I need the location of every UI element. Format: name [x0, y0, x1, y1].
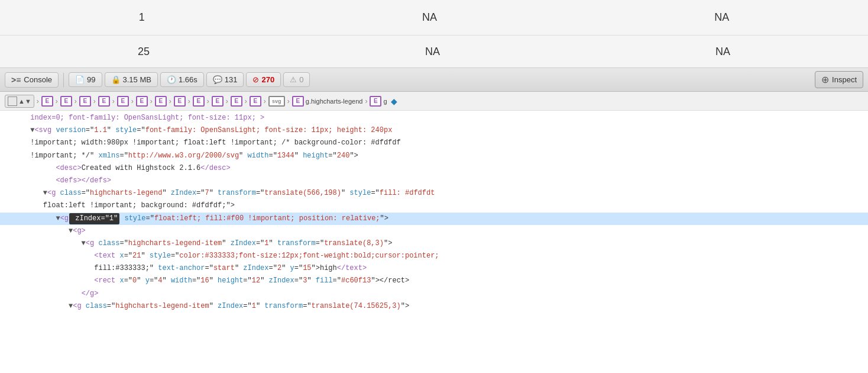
dom-inspector-code[interactable]: index=0; font-family: OpenSansLight; fon…: [0, 111, 868, 373]
file-icon: 📄: [75, 75, 85, 84]
breadcrumb-e-6[interactable]: E: [136, 96, 148, 107]
breadcrumb-e-1[interactable]: E: [41, 96, 53, 107]
breadcrumb-arrows: ▲▼: [18, 98, 31, 105]
breadcrumb-diamond-icon: ◆: [391, 97, 397, 106]
inspect-icon: ⊕: [821, 74, 829, 85]
code-line-1: ▼ <svg version="1.1" style="font-family:…: [0, 124, 868, 137]
inspect-label: Inspect: [832, 75, 857, 84]
stat-col2-row1: NA: [422, 11, 437, 24]
time-icon: 🕐: [167, 75, 176, 84]
breadcrumb-e-9[interactable]: E: [193, 96, 205, 107]
separator-1: [63, 73, 64, 87]
breadcrumb-e-11[interactable]: E: [231, 96, 242, 107]
stat-col2-row2: NA: [425, 46, 440, 58]
stat-col1-row1: 1: [139, 11, 145, 24]
code-line-8-highlighted[interactable]: ▼ <g zIndex="1" style="float:left; fill:…: [0, 213, 868, 225]
devtools-panel: 1 NA NA 25 NA NA >≡ Console 📄 99 🔒 3.15 …: [0, 0, 868, 373]
stats-row-1: 1 NA NA: [0, 0, 868, 36]
code-line-12: fill:#333333;" text-anchor="start" zInde…: [0, 262, 868, 275]
errors-badge: ⊘ 270: [246, 72, 281, 87]
warning-icon: ⚠: [290, 75, 297, 84]
messages-icon: 💬: [213, 75, 222, 84]
console-label: Console: [24, 75, 52, 84]
dom-breadcrumb: ▲▼ › E › E › E › E › E › E › E ›: [0, 92, 868, 111]
warnings-badge: ⚠ 0: [283, 72, 310, 87]
code-line-10: ▼ <g class="highcharts-legend-item" zInd…: [0, 237, 868, 250]
breadcrumb-e-8[interactable]: E: [174, 96, 186, 107]
stat-col3-row1: NA: [714, 11, 729, 24]
memory-badge: 🔒 3.15 MB: [105, 72, 158, 87]
time-value: 1.66s: [179, 75, 197, 84]
error-icon: ⊘: [252, 75, 259, 84]
code-line-14: </g>: [0, 288, 868, 300]
code-line-15: ▼ <g class="highcharts-legend-item" zInd…: [0, 300, 868, 313]
breadcrumb-e-3[interactable]: E: [79, 96, 91, 107]
code-line-4: <desc> Created with Highstock 2.1.6 </de…: [0, 162, 868, 175]
console-icon: >≡: [11, 75, 21, 85]
breadcrumb-svg[interactable]: svg: [268, 96, 285, 107]
code-line-2: !important; width:980px !important; floa…: [0, 137, 868, 149]
breadcrumb-square-icon: [8, 97, 17, 106]
highlighted-attr: zIndex="1": [69, 213, 119, 224]
code-line-9: ▼ <g>: [0, 225, 868, 237]
stat-col1-row2: 25: [138, 46, 150, 58]
inspect-button[interactable]: ⊕ Inspect: [815, 71, 863, 88]
file-count-badge: 📄 99: [69, 72, 102, 87]
bc-sep-0: ›: [37, 97, 39, 105]
code-line-11: <text x="21" style="color:#333333;font-s…: [0, 250, 868, 262]
warnings-value: 0: [299, 75, 303, 84]
memory-value: 3.15 MB: [123, 75, 151, 84]
code-line-3: !important; */" xmlns="http://www.w3.org…: [0, 150, 868, 162]
breadcrumb-e-4[interactable]: E: [98, 96, 110, 107]
code-line-5: <defs></defs>: [0, 175, 868, 187]
breadcrumb-g-label: g: [383, 98, 387, 105]
breadcrumb-e-2[interactable]: E: [60, 96, 72, 107]
errors-value: 270: [261, 75, 274, 84]
breadcrumb-e-10[interactable]: E: [212, 96, 224, 107]
breadcrumb-e-svg-g[interactable]: E: [292, 96, 304, 107]
messages-badge: 💬 131: [206, 72, 244, 87]
stats-row-2: 25 NA NA: [0, 36, 868, 68]
breadcrumb-legend-label: g.highcharts-legend: [306, 98, 363, 105]
stat-col3-row2: NA: [715, 46, 730, 58]
breadcrumb-e-7[interactable]: E: [155, 96, 167, 107]
breadcrumb-e-12[interactable]: E: [250, 96, 261, 107]
breadcrumb-e-5[interactable]: E: [117, 96, 129, 107]
time-badge: 🕐 1.66s: [160, 72, 204, 87]
code-line-0: index=0; font-family: OpenSansLight; fon…: [0, 112, 868, 124]
devtools-toolbar: >≡ Console 📄 99 🔒 3.15 MB 🕐 1.66s 💬 131 …: [0, 68, 868, 92]
code-line-7: float:left !important; background: #dfdf…: [0, 200, 868, 212]
messages-value: 131: [225, 75, 238, 84]
memory-icon: 🔒: [111, 75, 121, 84]
breadcrumb-first[interactable]: ▲▼: [5, 95, 34, 108]
breadcrumb-e-final[interactable]: E: [370, 96, 381, 107]
console-button[interactable]: >≡ Console: [5, 72, 59, 88]
file-count-value: 99: [87, 75, 95, 84]
code-line-13: <rect x="0" y="4" width="16" height="12"…: [0, 275, 868, 287]
code-line-6: ▼ <g class="highcharts-legend" zIndex="7…: [0, 187, 868, 200]
